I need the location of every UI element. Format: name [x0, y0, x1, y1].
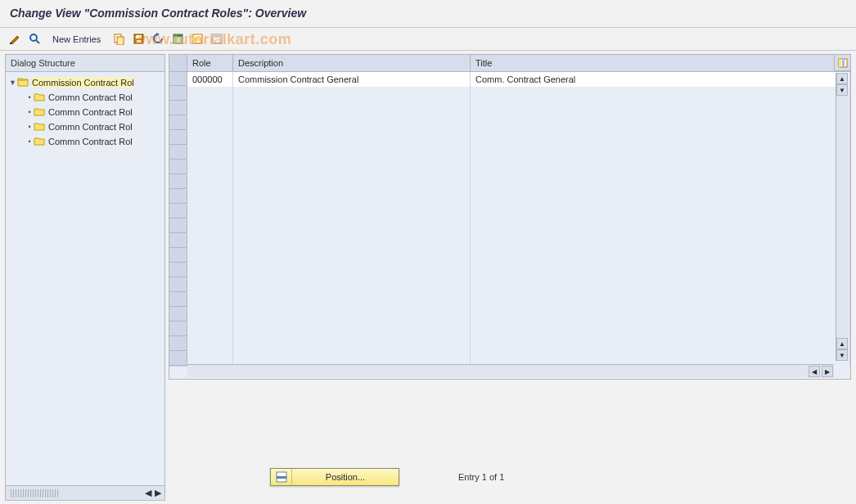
- cell-role[interactable]: [187, 146, 233, 160]
- horizontal-scrollbar[interactable]: ◀ ▶: [187, 364, 834, 377]
- table-row[interactable]: [169, 87, 850, 101]
- cell-description[interactable]: [233, 322, 471, 337]
- cell-role[interactable]: [187, 205, 233, 219]
- cell-role[interactable]: [187, 87, 233, 101]
- cell-role[interactable]: [187, 219, 233, 234]
- cell-title[interactable]: [471, 249, 850, 263]
- cell-role[interactable]: [187, 337, 233, 352]
- cell-description[interactable]: [233, 160, 471, 175]
- cell-description[interactable]: [233, 293, 471, 308]
- cell-description[interactable]: [233, 278, 471, 293]
- row-selector[interactable]: [169, 131, 187, 145]
- row-selector[interactable]: [169, 72, 187, 86]
- cell-description[interactable]: [233, 308, 471, 322]
- tree-node-child[interactable]: • Commn Contract Rol: [6, 119, 164, 134]
- row-selector[interactable]: [169, 308, 187, 322]
- cell-title[interactable]: [471, 87, 850, 101]
- vertical-scrollbar[interactable]: ▲ ▼ ▲ ▼: [836, 73, 849, 361]
- cell-description[interactable]: [233, 131, 471, 146]
- tree-node-child[interactable]: • Commn Contract Rol: [6, 105, 164, 119]
- row-selector[interactable]: [169, 219, 187, 233]
- cell-title[interactable]: [471, 278, 850, 293]
- collapse-icon[interactable]: ▼: [9, 79, 17, 87]
- cell-role[interactable]: [187, 322, 233, 337]
- row-selector[interactable]: [169, 278, 187, 292]
- row-selector[interactable]: [169, 87, 187, 101]
- row-selector[interactable]: [169, 116, 187, 130]
- cell-title[interactable]: [471, 234, 850, 249]
- cell-role[interactable]: [187, 131, 233, 146]
- cell-title[interactable]: [471, 175, 850, 190]
- table-row[interactable]: [169, 308, 850, 322]
- cell-description[interactable]: [233, 205, 471, 219]
- new-entries-button[interactable]: New Entries: [46, 31, 107, 47]
- row-selector[interactable]: [169, 263, 187, 277]
- table-row[interactable]: [169, 131, 850, 146]
- scroll-down-icon[interactable]: ▼: [836, 84, 848, 96]
- table-row[interactable]: [169, 293, 850, 308]
- cell-title[interactable]: Comm. Contract General: [471, 72, 850, 87]
- cell-title[interactable]: [471, 308, 850, 322]
- cell-title[interactable]: [471, 322, 850, 337]
- cell-description[interactable]: [233, 116, 471, 131]
- cell-title[interactable]: [471, 160, 850, 175]
- scroll-down-icon[interactable]: ▼: [836, 349, 848, 361]
- cell-description[interactable]: [233, 234, 471, 249]
- table-row[interactable]: [169, 278, 850, 293]
- configure-columns-icon[interactable]: [834, 55, 850, 71]
- cell-description[interactable]: [233, 190, 471, 205]
- cell-role[interactable]: [187, 308, 233, 322]
- copy-as-icon[interactable]: [110, 31, 127, 47]
- column-header-title[interactable]: Title: [471, 55, 850, 71]
- cell-role[interactable]: [187, 293, 233, 308]
- cell-title[interactable]: [471, 131, 850, 146]
- tree-node-root[interactable]: ▼ Commission Contract Rol: [6, 75, 164, 90]
- cell-description[interactable]: [233, 249, 471, 263]
- cell-description[interactable]: [233, 175, 471, 190]
- cell-role[interactable]: [187, 175, 233, 190]
- table-row[interactable]: [169, 190, 850, 205]
- table-row[interactable]: [169, 337, 850, 352]
- table-row[interactable]: [169, 175, 850, 190]
- cell-title[interactable]: [471, 190, 850, 205]
- position-button[interactable]: Position...: [270, 468, 399, 486]
- scroll-left-icon[interactable]: ◀: [145, 488, 151, 498]
- cell-description[interactable]: [233, 101, 471, 116]
- row-selector[interactable]: [169, 175, 187, 189]
- table-row[interactable]: [169, 205, 850, 219]
- cell-role[interactable]: [187, 116, 233, 131]
- scroll-right-icon[interactable]: ▶: [822, 366, 833, 377]
- row-selector[interactable]: [169, 234, 187, 248]
- cell-role[interactable]: [187, 234, 233, 249]
- row-selector[interactable]: [169, 190, 187, 204]
- table-row[interactable]: [169, 219, 850, 234]
- cell-role[interactable]: [187, 263, 233, 278]
- cell-description[interactable]: [233, 219, 471, 234]
- row-selector[interactable]: [169, 160, 187, 174]
- table-row[interactable]: [169, 146, 850, 160]
- cell-title[interactable]: [471, 146, 850, 160]
- cell-title[interactable]: [471, 219, 850, 234]
- cell-role[interactable]: [187, 101, 233, 116]
- scroll-up-icon[interactable]: ▲: [836, 73, 848, 84]
- table-row[interactable]: [169, 263, 850, 278]
- table-row[interactable]: [169, 249, 850, 263]
- cell-role[interactable]: 000000: [187, 72, 233, 87]
- tree-node-child[interactable]: • Commn Contract Rol: [6, 90, 164, 105]
- row-selector[interactable]: [169, 205, 187, 218]
- scroll-left-icon[interactable]: ◀: [809, 366, 820, 377]
- cell-role[interactable]: [187, 160, 233, 175]
- select-block-icon[interactable]: [189, 31, 205, 47]
- row-selector[interactable]: [169, 352, 187, 366]
- cell-description[interactable]: [233, 87, 471, 101]
- row-selector[interactable]: [169, 322, 187, 336]
- scroll-up-icon[interactable]: ▲: [836, 338, 848, 349]
- cell-role[interactable]: [187, 278, 233, 293]
- cell-description[interactable]: [233, 337, 471, 352]
- cell-title[interactable]: [471, 337, 850, 352]
- select-all-icon[interactable]: [169, 31, 186, 47]
- find-icon[interactable]: [26, 31, 43, 47]
- cell-title[interactable]: [471, 205, 850, 219]
- scroll-right-icon[interactable]: ▶: [155, 488, 161, 498]
- table-row[interactable]: [169, 116, 850, 131]
